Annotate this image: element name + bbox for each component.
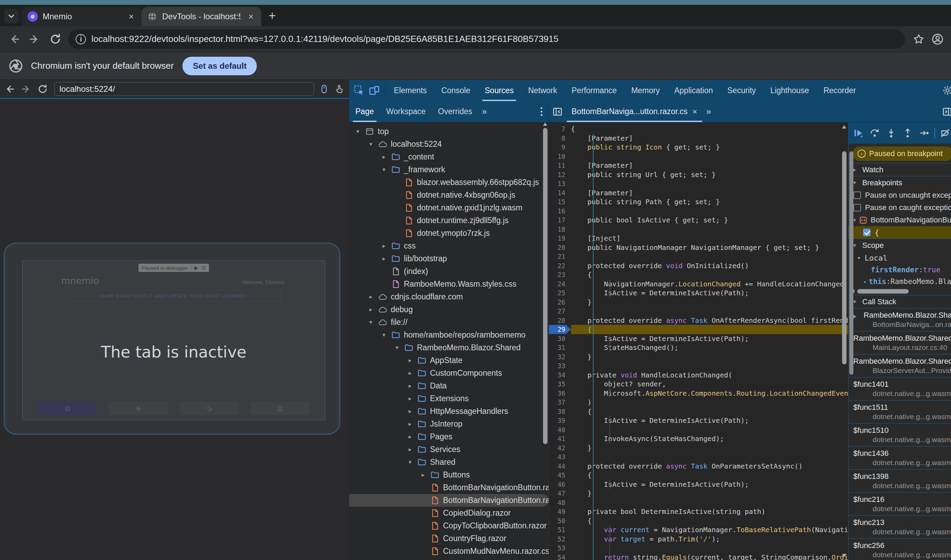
breakpoint-file-group[interactable]: ▾ BottomBarNavigationButt... bbox=[849, 214, 951, 226]
forward-icon[interactable] bbox=[28, 33, 41, 46]
code-line[interactable]: 10 bbox=[549, 152, 848, 161]
code-line[interactable]: 7{ bbox=[549, 125, 848, 134]
sidebar-scrollbar[interactable] bbox=[849, 151, 853, 375]
code-line[interactable]: 53 bbox=[549, 543, 848, 553]
devtools-tab-console[interactable]: Console bbox=[434, 80, 477, 101]
code-line[interactable]: 37 ) bbox=[549, 398, 848, 407]
devtools-tab-lighthouse[interactable]: Lighthouse bbox=[763, 80, 816, 101]
inspect-element-icon[interactable] bbox=[353, 85, 365, 96]
new-tab-button[interactable]: + bbox=[265, 8, 280, 23]
code-line[interactable]: 38 { bbox=[549, 407, 848, 416]
resume-script-icon[interactable] bbox=[851, 126, 865, 140]
checkbox-icon[interactable] bbox=[853, 191, 861, 199]
code-line[interactable]: 36 Microsoft.AspNetCore.Components.Routi… bbox=[549, 389, 848, 398]
step-over-icon[interactable] bbox=[868, 126, 882, 140]
line-number[interactable]: 54 bbox=[549, 553, 571, 560]
line-number[interactable]: 48 bbox=[549, 498, 571, 508]
close-icon[interactable]: × bbox=[126, 11, 137, 22]
tree-item[interactable]: ▸HttpMessageHandlers bbox=[349, 405, 549, 418]
line-number[interactable]: 49 bbox=[549, 507, 571, 516]
preview-nav-compose-button[interactable] bbox=[180, 402, 239, 415]
settings-gear-icon[interactable] bbox=[942, 80, 951, 101]
scope-section-header[interactable]: ▾Scope bbox=[849, 238, 951, 252]
line-number[interactable]: 22 bbox=[549, 261, 571, 271]
back-icon[interactable] bbox=[8, 33, 21, 46]
code-line[interactable]: 27 bbox=[549, 307, 848, 316]
line-number[interactable]: 9 bbox=[549, 143, 571, 152]
more-navigator-tabs-icon[interactable]: » bbox=[479, 101, 490, 122]
line-number[interactable]: 20 bbox=[549, 243, 571, 252]
devtools-tab-security[interactable]: Security bbox=[720, 80, 763, 101]
address-bar[interactable]: localhost:9222/devtools/inspector.html?w… bbox=[68, 29, 905, 49]
call-stack-frame[interactable]: $func256dotnet.native.g...g.wasm:0x bbox=[849, 538, 951, 560]
line-number[interactable]: 47 bbox=[549, 489, 571, 498]
preview-banner[interactable]: JUMP RIGHT INTO IT AND CREATE YOUR FIRST… bbox=[67, 290, 281, 302]
line-number[interactable]: 33 bbox=[549, 361, 571, 371]
site-info-icon[interactable] bbox=[75, 34, 86, 45]
screencast-back-icon[interactable] bbox=[3, 82, 17, 96]
tree-item[interactable]: dotnet.runtime.zj9dll5ffg.js bbox=[349, 214, 549, 227]
tree-item[interactable]: ▸_content bbox=[349, 151, 549, 163]
line-number[interactable]: 12 bbox=[549, 170, 571, 180]
call-stack-frame[interactable]: RambeoMemo.Blazor.Shared...BottomBarNavi… bbox=[849, 308, 951, 331]
code-line[interactable]: 46 IsActive = DetermineIsActive(Path); bbox=[549, 480, 848, 489]
step-out-icon[interactable] bbox=[901, 126, 914, 140]
tree-item[interactable]: BottomBarNavigationButton.razor bbox=[349, 481, 549, 494]
call-stack-frame[interactable]: RambeoMemo.Blazor.Shared...BlazorServerA… bbox=[849, 354, 951, 377]
line-number[interactable]: 35 bbox=[549, 380, 571, 389]
line-number[interactable]: 10 bbox=[549, 152, 571, 161]
line-number[interactable]: 27 bbox=[549, 307, 571, 316]
code-line[interactable]: 19 [Inject] bbox=[549, 234, 848, 243]
navigator-menu-icon[interactable] bbox=[534, 101, 549, 122]
line-number[interactable]: 25 bbox=[549, 288, 571, 298]
code-line[interactable]: 52 var target = path.Trim('/'); bbox=[549, 535, 848, 544]
line-number[interactable]: 39 bbox=[549, 416, 571, 425]
code-line[interactable]: 12 public string Url { get; set; } bbox=[549, 170, 848, 180]
tree-item[interactable]: ▸AppState bbox=[349, 354, 549, 367]
tree-item[interactable]: ▾home/ramboe/repos/ramboememo bbox=[349, 329, 549, 342]
call-stack-frame[interactable]: $func1511dotnet.native.g...g.wasm:0x7 bbox=[849, 400, 951, 423]
code-line[interactable]: 40 bbox=[549, 425, 848, 434]
line-number[interactable]: 52 bbox=[549, 535, 571, 544]
tree-item[interactable]: ▸JsInterop bbox=[349, 418, 549, 431]
scope-variable-this[interactable]: ▸this: RambeoMemo.Blazor. bbox=[849, 276, 951, 288]
tree-item[interactable]: ▸CustomComponents bbox=[349, 367, 549, 380]
line-number[interactable]: 16 bbox=[549, 207, 571, 216]
code-line[interactable]: 49 private bool DetermineIsActive(string… bbox=[549, 507, 848, 516]
line-number[interactable]: 15 bbox=[549, 197, 571, 207]
navigator-tab-workspace[interactable]: Workspace bbox=[380, 101, 432, 122]
tree-item[interactable]: ▸Services bbox=[349, 443, 549, 456]
code-line[interactable]: 51 var current = NavigationManager.ToBas… bbox=[549, 525, 848, 535]
tree-item-selected[interactable]: BottomBarNavigationButton.razor.cs bbox=[349, 494, 549, 507]
code-line[interactable]: 9 public string Icon { get; set; } bbox=[549, 143, 848, 152]
browser-tab-devtools[interactable]: DevTools - localhost:5224/ × bbox=[142, 7, 261, 26]
step-mini-icon[interactable] bbox=[202, 266, 206, 270]
code-line[interactable]: 16 bbox=[549, 207, 848, 216]
code-line[interactable]: 24 NavigationManager.LocationChanged += … bbox=[549, 280, 848, 289]
tree-item[interactable]: ▸Pages bbox=[349, 431, 549, 443]
close-icon[interactable]: × bbox=[245, 11, 256, 22]
tab-search-button[interactable] bbox=[4, 9, 18, 23]
line-number[interactable]: 37 bbox=[549, 398, 571, 407]
code-line[interactable]: 48 bbox=[549, 498, 848, 508]
breakpoint-entry[interactable]: { bbox=[849, 226, 951, 238]
tree-item[interactable]: CopyToClipboardButton.razor bbox=[349, 520, 549, 532]
screencast-forward-icon[interactable] bbox=[19, 82, 33, 96]
line-number[interactable]: 36 bbox=[549, 389, 571, 398]
code-line[interactable]: 18 bbox=[549, 225, 848, 234]
call-stack-frame[interactable]: $func1401dotnet.native.g...g.wasm:0x7 bbox=[849, 377, 951, 400]
scope-variable-firstRender[interactable]: firstRender: true bbox=[849, 264, 951, 276]
navigator-tab-overrides[interactable]: Overrides bbox=[432, 101, 479, 122]
line-number[interactable]: 42 bbox=[549, 443, 571, 453]
line-number[interactable]: 53 bbox=[549, 543, 571, 553]
code-line-paused[interactable]: 29 { bbox=[549, 325, 848, 334]
breakpoints-section-header[interactable]: ▾Breakpoints bbox=[849, 176, 951, 189]
watch-section-header[interactable]: ▸Watch bbox=[849, 163, 951, 176]
tree-item[interactable]: ▾_framework bbox=[349, 163, 549, 176]
code-line[interactable]: 28 protected override async Task OnAfter… bbox=[549, 316, 848, 325]
tree-item[interactable]: dotnet.native.gxid1jnzlg.wasm bbox=[349, 202, 549, 214]
reload-icon[interactable] bbox=[49, 33, 62, 46]
tree-item[interactable]: (index) bbox=[349, 265, 549, 278]
call-stack-frame[interactable]: $func216dotnet.native.g...g.wasm:0x bbox=[849, 492, 951, 515]
navigator-tab-page[interactable]: Page bbox=[349, 101, 380, 122]
